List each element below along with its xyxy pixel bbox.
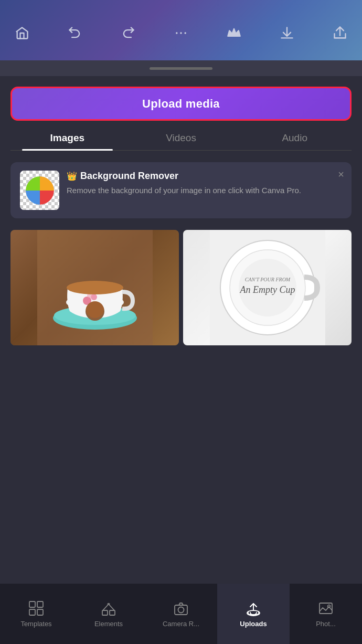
bg-remover-info: 👑 Background Remover Remove the backgrou… [67,171,342,196]
nav-label-elements: Elements [94,620,123,628]
media-tabs: Images Videos Audio [10,132,352,151]
svg-point-13 [67,281,123,294]
svg-text:CAN'T POUR FROM: CAN'T POUR FROM [244,277,290,282]
svg-rect-23 [37,601,43,607]
home-button[interactable] [15,26,29,40]
svg-rect-25 [37,609,43,615]
nav-label-uploads: Uploads [240,620,267,628]
main-content: Upload media Images Videos Audio [0,76,362,345]
more-options-button[interactable] [174,26,188,40]
image-grid: CAN'T POUR FROM An Empty Cup [10,230,352,345]
bg-remover-title: 👑 Background Remover [67,171,342,182]
svg-rect-26 [102,610,108,615]
uploads-icon [245,600,262,617]
svg-point-2 [184,32,186,34]
tab-videos[interactable]: Videos [124,132,238,150]
nav-label-camera-roll: Camera R... [163,620,199,628]
upload-media-button[interactable]: Upload media [10,87,352,121]
undo-button[interactable] [68,26,82,40]
svg-point-0 [176,32,178,34]
svg-point-1 [180,32,182,34]
tab-images[interactable]: Images [10,132,124,150]
uploaded-image-2[interactable]: CAN'T POUR FROM An Empty Cup [183,230,352,345]
download-button[interactable] [280,26,294,40]
banner-close-button[interactable]: × [338,168,344,181]
share-button[interactable] [333,26,347,40]
camera-icon [173,600,189,617]
templates-icon [28,600,45,617]
crown-button[interactable] [227,26,241,40]
nav-item-photos[interactable]: Phot... [290,584,362,644]
nav-item-elements[interactable]: Elements [72,584,145,644]
notch-area [0,60,362,76]
svg-rect-27 [110,610,115,615]
svg-rect-22 [29,601,35,607]
crown-icon: 👑 [67,171,77,181]
nav-item-templates[interactable]: Templates [0,584,72,644]
redo-button[interactable] [121,26,135,40]
bg-remover-description: Remove the background of your image in o… [67,185,342,196]
uploaded-image-1[interactable] [10,230,179,345]
svg-rect-24 [29,609,35,615]
svg-point-29 [178,607,184,613]
notch-bar [150,67,212,70]
bg-remover-banner: 👑 Background Remover Remove the backgrou… [10,162,352,218]
bg-remover-image [20,171,59,210]
nav-label-templates: Templates [20,620,51,628]
svg-point-32 [328,605,331,608]
elements-icon [100,600,117,617]
nav-item-uploads[interactable]: Uploads [217,584,290,644]
top-toolbar [0,0,362,60]
photos-icon [317,600,334,617]
tab-audio[interactable]: Audio [238,132,352,150]
nav-label-photos: Phot... [316,620,336,628]
bottom-navigation: Templates Elements Camera R... Uploads [0,584,362,644]
upload-button-label: Upload media [142,97,220,111]
nav-item-camera-roll[interactable]: Camera R... [145,584,217,644]
svg-point-15 [86,301,104,318]
svg-text:An Empty Cup: An Empty Cup [239,284,295,295]
